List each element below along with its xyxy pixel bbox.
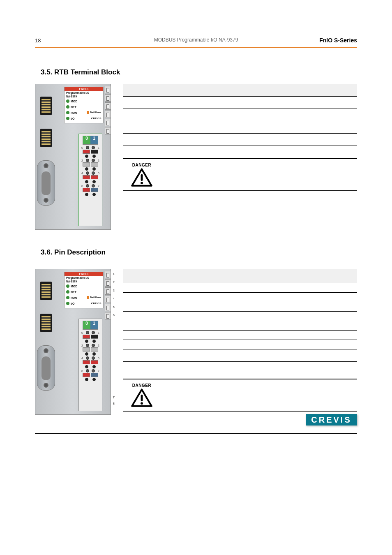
- module-illustration-pins: FnIO S Programmable I/O NA-9379 MOD NET …: [35, 269, 111, 415]
- page-header: 18 MODBUS Programmable I/O NA-9379 FnIO …: [35, 37, 357, 44]
- danger-body-2: [166, 383, 355, 407]
- label-line2: NA-9379: [65, 95, 103, 98]
- rj45-port-1: [40, 97, 52, 115]
- label-crevis-small: CREVIS: [91, 117, 101, 120]
- side-clips: [105, 86, 111, 134]
- clip-num-5: 5: [113, 305, 115, 309]
- clip-num-8: 8: [113, 402, 115, 405]
- label-brand-b: FnIO S: [65, 272, 103, 276]
- danger-box-1: DANGER: [123, 158, 357, 191]
- header-right: FnIO S-Series: [319, 37, 357, 44]
- rtb-top-1: 1: [90, 136, 98, 144]
- serial-port: [37, 160, 55, 206]
- led-mod: [66, 99, 69, 103]
- svg-point-3: [141, 402, 143, 405]
- label-line1: Programmable I/O: [65, 91, 103, 95]
- clip-num-7: 7: [113, 395, 115, 399]
- clip-num-6: 6: [113, 313, 115, 317]
- led-run: [66, 111, 69, 114]
- rj45-port-1b: [40, 282, 52, 300]
- danger-body-1: [166, 162, 355, 187]
- clip-num-3: 3: [113, 289, 115, 292]
- led-io: [66, 117, 69, 120]
- section-3-5-title: 3.5. RTB Terminal Block: [41, 68, 357, 76]
- danger-box-2: DANGER: [123, 379, 357, 412]
- warning-triangle-icon: [131, 168, 153, 187]
- rj45-port-2b: [40, 314, 52, 332]
- clip-num-1: 1: [113, 272, 115, 276]
- rtb-block-b: 01 01 23 45 67: [78, 319, 102, 411]
- header-center: MODBUS Programmable I/O NA-9379: [154, 37, 238, 43]
- page-number: 18: [35, 37, 41, 44]
- rj45-port-2: [40, 129, 52, 147]
- footer-rule: [35, 433, 357, 434]
- svg-rect-0: [141, 174, 143, 180]
- module-label-panel-b: FnIO S Programmable I/O NA-9379 MOD NET …: [64, 272, 104, 308]
- label-field-power: Field Power: [90, 111, 101, 114]
- warning-triangle-icon-2: [131, 388, 153, 407]
- rtb-block-highlight: 01 01 23 45 67: [78, 134, 102, 226]
- label-io: I/O: [71, 117, 74, 120]
- svg-point-1: [141, 182, 143, 184]
- serial-port-b: [37, 345, 55, 391]
- label-net: NET: [71, 106, 76, 109]
- module-illustration-rtb: FnIO S Programmable I/O NA-9379 MOD NET …: [35, 84, 111, 230]
- clip-num-2: 2: [113, 280, 115, 284]
- crevis-logo: CREVIS: [306, 414, 357, 426]
- module-label-panel: FnIO S Programmable I/O NA-9379 MOD NET …: [64, 87, 104, 123]
- clip-num-4: 4: [113, 297, 115, 301]
- label-mod: MOD: [71, 100, 77, 103]
- header-divider: [35, 47, 357, 48]
- label-run: RUN: [71, 111, 77, 114]
- danger-label-1: DANGER: [126, 163, 158, 167]
- rtb-top-0: 0: [83, 136, 90, 144]
- svg-rect-2: [141, 394, 143, 401]
- field-power-led: [87, 111, 89, 114]
- side-clips-b: 1 2 3 4 5 6: [105, 271, 111, 319]
- section-3-6-title: 3.6. Pin Description: [41, 248, 357, 257]
- led-net: [66, 105, 69, 109]
- label-line2-b: NA-9379: [65, 280, 103, 283]
- danger-label-2: DANGER: [126, 383, 158, 388]
- pin-description-table: [123, 269, 357, 371]
- label-brand: FnIO S: [65, 87, 103, 91]
- rtb-table: [123, 84, 357, 146]
- label-line1-b: Programmable I/O: [65, 276, 103, 280]
